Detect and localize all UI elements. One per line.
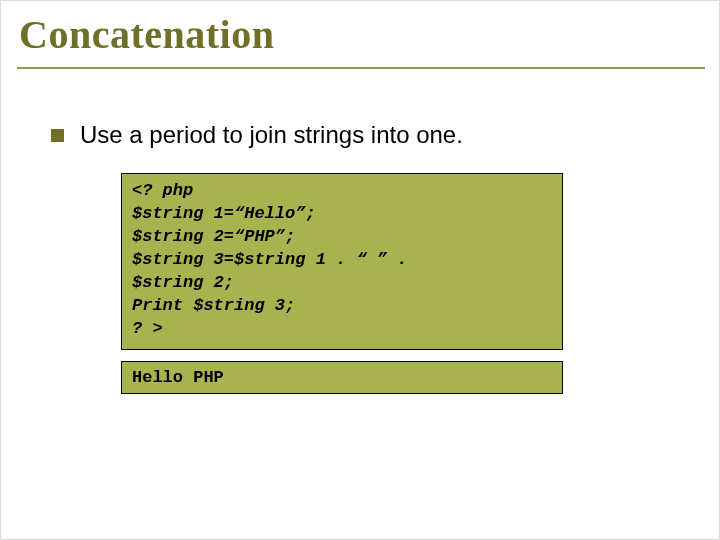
code-line: $string 2; (132, 273, 234, 292)
code-line: Print $string 3; (132, 296, 295, 315)
bullet-text: Use a period to join strings into one. (80, 121, 463, 149)
slide: Concatenation Use a period to join strin… (0, 0, 720, 540)
slide-title: Concatenation (19, 11, 274, 58)
output-block: Hello PHP (121, 361, 563, 394)
title-underline (17, 67, 705, 69)
code-block: <? php $string 1=“Hello”; $string 2=“PHP… (121, 173, 563, 350)
code-line: $string 3=$string 1 . “ ” . (132, 250, 407, 269)
code-line: $string 1=“Hello”; (132, 204, 316, 223)
code-line: ? > (132, 319, 163, 338)
code-line: <? php (132, 181, 193, 200)
bullet-row: Use a period to join strings into one. (51, 121, 463, 149)
code-line: $string 2=“PHP”; (132, 227, 295, 246)
square-bullet-icon (51, 129, 64, 142)
